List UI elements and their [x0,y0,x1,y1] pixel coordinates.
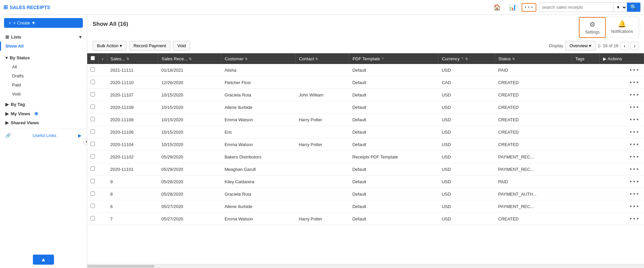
row-status: PAYMENT_REC... [495,151,572,163]
prev-page-button[interactable]: ‹ [621,42,629,50]
row-tags [572,213,599,225]
more-options-icon: • • • [525,5,533,10]
row-checkbox[interactable] [91,92,95,96]
sidebar-useful-links[interactable]: 🔗 Useful Links ▶ [0,130,87,141]
row-actions-button[interactable]: • • • [628,66,641,74]
row-pdf-template: Default [349,176,438,188]
more-options-button[interactable]: • • • [522,3,536,12]
row-tags [572,200,599,213]
row-checkbox[interactable] [91,142,95,146]
row-sales-num: 2020-11109 [107,101,158,114]
row-actions-button[interactable]: • • • [628,165,641,173]
row-nav-cell [99,213,107,225]
row-actions-button[interactable]: • • • [628,128,641,136]
row-actions-button[interactable]: • • • [628,190,641,198]
notifications-popup-item[interactable]: 🔔 Notifications [606,17,638,37]
select-all-checkbox[interactable] [91,56,95,60]
th-tags[interactable]: Tags [572,53,599,64]
row-checkbox[interactable] [91,129,95,134]
sidebar-collapse-button[interactable]: ◀ [83,138,87,145]
sidebar-item-void[interactable]: Void [5,89,87,98]
row-checkbox[interactable] [91,216,95,220]
row-currency: CAD [438,76,495,89]
sort-contact-icon: ⇅ [315,57,318,61]
sidebar-my-views-header[interactable]: ▶ My Views ⊕ [0,109,87,118]
row-nav-cell [99,200,107,213]
settings-popup-item[interactable]: ⚙ Settings [579,17,605,38]
bulk-action-button[interactable]: Bulk Action ▾ [93,41,126,51]
row-checkbox[interactable] [91,80,95,84]
sidebar-item-paid[interactable]: Paid [5,80,87,89]
th-contact[interactable]: Contact ⇅ [296,53,349,64]
sidebar-item-all[interactable]: All [5,62,87,71]
row-nav-cell [99,176,107,188]
row-customer: Alisha [221,64,295,76]
table-row: 2020-11101 05/29/2020 Meaghan Garufi Def… [87,163,644,176]
th-customer[interactable]: Customer ⇅ [221,53,295,64]
sidebar-by-status-header[interactable]: ▾ By Status [0,53,87,62]
my-views-chevron-icon: ▶ [5,111,9,116]
bottom-scrollbar[interactable] [87,264,644,268]
row-checkbox[interactable] [91,117,95,121]
sidebar-item-drafts[interactable]: Drafts [5,71,87,80]
th-currency[interactable]: Currency ⊤ ⇅ [438,53,495,64]
row-status: PAYMENT_REC... [495,200,572,213]
th-sales-num[interactable]: Sales... ⇅ [107,53,158,64]
row-customer: Emma Watson [221,213,295,225]
overview-select[interactable]: Overview ▾ [565,41,596,51]
row-checkbox[interactable] [91,191,95,196]
create-button[interactable]: + + Create ▼ [4,18,83,28]
add-view-icon[interactable]: ⊕ [34,111,38,116]
useful-links-icon: 🔗 [5,133,11,138]
row-checkbox[interactable] [91,166,95,171]
sidebar-shared-views-header[interactable]: ▶ Shared Views [0,118,87,127]
search-button[interactable]: 🔍 [627,3,640,12]
row-actions-button[interactable]: • • • [628,104,641,111]
next-page-button[interactable]: › [631,42,639,50]
sidebar-lists-header[interactable]: ⊞ Lists ▾ [0,32,87,42]
show-all-title: Show All (16) [93,17,128,27]
row-pdf-template: Default [349,213,438,225]
row-actions-cell: • • • [599,213,644,225]
row-checkbox[interactable] [91,179,95,183]
row-sales-num: 2020-11104 [107,138,158,151]
home-button[interactable]: 🏠 [491,2,503,12]
th-status[interactable]: Status ⇅ [495,53,572,64]
sidebar-by-tag-header[interactable]: ▶ By Tag [0,100,87,109]
row-currency: USD [438,64,495,76]
row-actions-cell: • • • [599,151,644,163]
table-row: 2020-11108 10/15/2020 Emma Watson Harry … [87,114,644,126]
search-dropdown[interactable]: ▼ [613,3,627,11]
sales-receipts-table: ‹ Sales... ⇅ Sales Rece... [87,53,644,225]
row-actions-cell: • • • [599,138,644,151]
row-checkbox[interactable] [91,67,95,72]
record-payment-button[interactable]: Record Payment [129,41,170,51]
row-checkbox[interactable] [91,204,95,208]
row-checkbox[interactable] [91,154,95,158]
row-actions-button[interactable]: • • • [628,141,641,148]
row-actions-button[interactable]: • • • [628,203,641,210]
row-actions-button[interactable]: • • • [628,178,641,185]
sidebar-by-status-section: ▾ By Status All Drafts Paid Void [0,52,87,100]
row-actions-button[interactable]: • • • [628,153,641,160]
void-button[interactable]: Void [173,41,190,51]
row-actions-button[interactable]: • • • [628,215,641,222]
row-nav-cell [99,89,107,101]
row-contact: Harry Potter [296,138,349,151]
row-actions-button[interactable]: • • • [628,116,641,123]
row-actions-button[interactable]: • • • [628,79,641,86]
search-input[interactable] [539,3,613,11]
row-contact [296,200,349,213]
row-checkbox-cell [87,200,99,213]
th-nav: ‹ [99,53,107,64]
table-row: 2020-11110 12/26/2020 Fletcher Flosi Def… [87,76,644,89]
scroll-top-button[interactable]: ▲ [33,255,54,265]
settings-notifications-popup: ⚙ Settings 🔔 Notifications [579,17,639,38]
th-sales-rece[interactable]: Sales Rece... ⇅ [158,53,221,64]
row-checkbox[interactable] [91,105,95,109]
row-tags [572,76,599,89]
chart-button[interactable]: 📊 [506,2,519,12]
sidebar-item-show-all[interactable]: Show All [0,42,87,51]
th-pdf-template[interactable]: PDF Template ⊤ [349,53,438,64]
row-actions-button[interactable]: • • • [628,91,641,98]
